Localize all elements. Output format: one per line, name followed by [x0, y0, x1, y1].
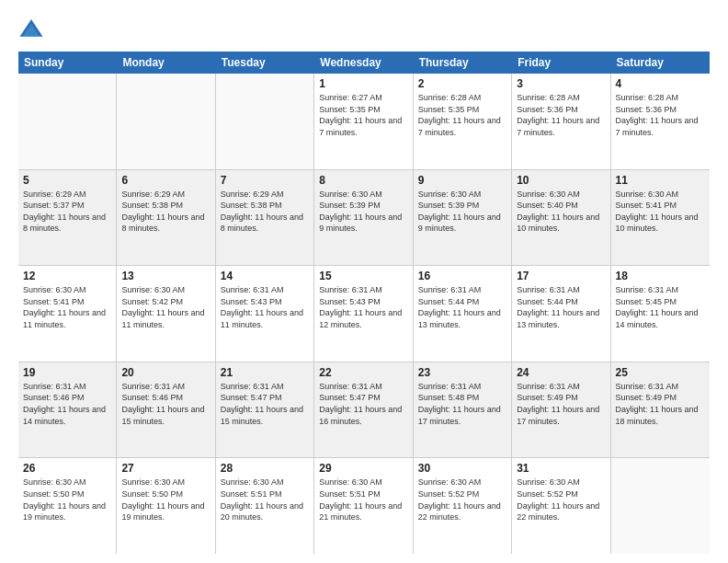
day-number: 25	[616, 366, 705, 379]
calendar-week-row: 19Sunrise: 6:31 AM Sunset: 5:46 PM Dayli…	[18, 362, 710, 459]
calendar-day-cell	[18, 74, 117, 169]
day-info: Sunrise: 6:31 AM Sunset: 5:44 PM Dayligh…	[517, 284, 605, 330]
calendar-day-cell: 19Sunrise: 6:31 AM Sunset: 5:46 PM Dayli…	[18, 362, 117, 458]
day-info: Sunrise: 6:31 AM Sunset: 5:44 PM Dayligh…	[418, 284, 506, 330]
day-number: 5	[23, 174, 111, 187]
header-day: Tuesday	[216, 52, 314, 74]
calendar-day-cell: 25Sunrise: 6:31 AM Sunset: 5:49 PM Dayli…	[611, 362, 710, 458]
calendar-day-cell: 26Sunrise: 6:30 AM Sunset: 5:50 PM Dayli…	[18, 458, 117, 554]
calendar-day-cell: 11Sunrise: 6:30 AM Sunset: 5:41 PM Dayli…	[611, 170, 710, 266]
day-info: Sunrise: 6:31 AM Sunset: 5:47 PM Dayligh…	[221, 381, 309, 427]
day-number: 30	[418, 462, 506, 475]
calendar-day-cell: 5Sunrise: 6:29 AM Sunset: 5:37 PM Daylig…	[18, 170, 117, 266]
calendar-day-cell: 27Sunrise: 6:30 AM Sunset: 5:50 PM Dayli…	[117, 458, 215, 554]
header-day: Sunday	[18, 52, 117, 74]
logo	[18, 17, 48, 42]
day-info: Sunrise: 6:28 AM Sunset: 5:36 PM Dayligh…	[616, 92, 705, 138]
calendar-week-row: 5Sunrise: 6:29 AM Sunset: 5:37 PM Daylig…	[18, 170, 710, 267]
calendar-week-row: 12Sunrise: 6:30 AM Sunset: 5:41 PM Dayli…	[18, 266, 710, 362]
day-number: 1	[319, 77, 407, 90]
calendar: SundayMondayTuesdayWednesdayThursdayFrid…	[18, 52, 710, 554]
day-info: Sunrise: 6:31 AM Sunset: 5:49 PM Dayligh…	[517, 381, 605, 427]
day-info: Sunrise: 6:30 AM Sunset: 5:40 PM Dayligh…	[517, 189, 605, 235]
day-number: 14	[221, 270, 309, 282]
day-info: Sunrise: 6:30 AM Sunset: 5:51 PM Dayligh…	[221, 477, 309, 523]
calendar-body: 1Sunrise: 6:27 AM Sunset: 5:35 PM Daylig…	[18, 74, 710, 554]
calendar-day-cell: 4Sunrise: 6:28 AM Sunset: 5:36 PM Daylig…	[611, 74, 710, 169]
header-day: Monday	[117, 52, 215, 74]
day-number: 20	[121, 366, 210, 379]
calendar-header: SundayMondayTuesdayWednesdayThursdayFrid…	[18, 52, 710, 74]
calendar-day-cell: 21Sunrise: 6:31 AM Sunset: 5:47 PM Dayli…	[216, 362, 314, 458]
day-info: Sunrise: 6:30 AM Sunset: 5:41 PM Dayligh…	[23, 284, 111, 330]
day-number: 31	[517, 462, 605, 475]
day-info: Sunrise: 6:30 AM Sunset: 5:41 PM Dayligh…	[616, 189, 705, 235]
day-info: Sunrise: 6:28 AM Sunset: 5:35 PM Dayligh…	[418, 92, 506, 138]
day-info: Sunrise: 6:30 AM Sunset: 5:39 PM Dayligh…	[418, 189, 506, 235]
day-info: Sunrise: 6:31 AM Sunset: 5:48 PM Dayligh…	[418, 381, 506, 427]
day-info: Sunrise: 6:30 AM Sunset: 5:42 PM Dayligh…	[121, 284, 210, 330]
calendar-day-cell: 14Sunrise: 6:31 AM Sunset: 5:43 PM Dayli…	[216, 266, 314, 362]
calendar-day-cell: 10Sunrise: 6:30 AM Sunset: 5:40 PM Dayli…	[512, 170, 610, 266]
header-day: Thursday	[414, 52, 512, 74]
calendar-day-cell: 22Sunrise: 6:31 AM Sunset: 5:47 PM Dayli…	[314, 362, 413, 458]
page: SundayMondayTuesdayWednesdayThursdayFrid…	[0, 0, 728, 563]
day-number: 17	[517, 270, 605, 282]
day-number: 2	[418, 77, 506, 90]
calendar-week-row: 1Sunrise: 6:27 AM Sunset: 5:35 PM Daylig…	[18, 74, 710, 170]
calendar-day-cell: 12Sunrise: 6:30 AM Sunset: 5:41 PM Dayli…	[18, 266, 117, 362]
day-number: 24	[517, 366, 605, 379]
calendar-day-cell: 28Sunrise: 6:30 AM Sunset: 5:51 PM Dayli…	[216, 458, 314, 554]
day-info: Sunrise: 6:31 AM Sunset: 5:43 PM Dayligh…	[221, 284, 309, 330]
calendar-day-cell: 7Sunrise: 6:29 AM Sunset: 5:38 PM Daylig…	[216, 170, 314, 266]
calendar-day-cell: 15Sunrise: 6:31 AM Sunset: 5:43 PM Dayli…	[314, 266, 413, 362]
calendar-day-cell: 17Sunrise: 6:31 AM Sunset: 5:44 PM Dayli…	[512, 266, 610, 362]
day-info: Sunrise: 6:30 AM Sunset: 5:39 PM Dayligh…	[319, 189, 407, 235]
calendar-day-cell: 2Sunrise: 6:28 AM Sunset: 5:35 PM Daylig…	[414, 74, 512, 169]
day-number: 8	[319, 174, 407, 187]
day-number: 6	[121, 174, 210, 187]
day-info: Sunrise: 6:29 AM Sunset: 5:37 PM Dayligh…	[23, 189, 111, 235]
calendar-day-cell: 31Sunrise: 6:30 AM Sunset: 5:52 PM Dayli…	[512, 458, 610, 554]
calendar-day-cell: 8Sunrise: 6:30 AM Sunset: 5:39 PM Daylig…	[314, 170, 413, 266]
day-number: 19	[23, 366, 111, 379]
day-info: Sunrise: 6:30 AM Sunset: 5:51 PM Dayligh…	[319, 477, 407, 523]
day-number: 29	[319, 462, 407, 475]
calendar-day-cell: 30Sunrise: 6:30 AM Sunset: 5:52 PM Dayli…	[414, 458, 512, 554]
calendar-day-cell: 23Sunrise: 6:31 AM Sunset: 5:48 PM Dayli…	[414, 362, 512, 458]
header-day: Saturday	[611, 52, 710, 74]
day-info: Sunrise: 6:30 AM Sunset: 5:50 PM Dayligh…	[23, 477, 111, 523]
calendar-day-cell: 18Sunrise: 6:31 AM Sunset: 5:45 PM Dayli…	[611, 266, 710, 362]
calendar-day-cell: 6Sunrise: 6:29 AM Sunset: 5:38 PM Daylig…	[117, 170, 215, 266]
calendar-day-cell	[117, 74, 215, 169]
day-info: Sunrise: 6:28 AM Sunset: 5:36 PM Dayligh…	[517, 92, 605, 138]
day-number: 27	[121, 462, 210, 475]
header-day: Friday	[512, 52, 610, 74]
day-number: 22	[319, 366, 407, 379]
day-number: 3	[517, 77, 605, 90]
calendar-day-cell: 9Sunrise: 6:30 AM Sunset: 5:39 PM Daylig…	[414, 170, 512, 266]
calendar-day-cell: 13Sunrise: 6:30 AM Sunset: 5:42 PM Dayli…	[117, 266, 215, 362]
day-info: Sunrise: 6:31 AM Sunset: 5:45 PM Dayligh…	[616, 284, 705, 330]
day-info: Sunrise: 6:27 AM Sunset: 5:35 PM Dayligh…	[319, 92, 407, 138]
header	[18, 17, 710, 42]
calendar-day-cell	[216, 74, 314, 169]
day-info: Sunrise: 6:30 AM Sunset: 5:50 PM Dayligh…	[121, 477, 210, 523]
day-number: 21	[221, 366, 309, 379]
day-number: 15	[319, 270, 407, 282]
day-info: Sunrise: 6:31 AM Sunset: 5:43 PM Dayligh…	[319, 284, 407, 330]
day-number: 12	[23, 270, 111, 282]
logo-icon	[18, 17, 44, 42]
day-number: 28	[221, 462, 309, 475]
header-day: Wednesday	[314, 52, 413, 74]
calendar-day-cell: 29Sunrise: 6:30 AM Sunset: 5:51 PM Dayli…	[314, 458, 413, 554]
calendar-day-cell	[611, 458, 710, 554]
day-number: 4	[616, 77, 705, 90]
day-number: 9	[418, 174, 506, 187]
calendar-week-row: 26Sunrise: 6:30 AM Sunset: 5:50 PM Dayli…	[18, 458, 710, 554]
day-number: 26	[23, 462, 111, 475]
day-number: 13	[121, 270, 210, 282]
day-number: 7	[221, 174, 309, 187]
calendar-day-cell: 3Sunrise: 6:28 AM Sunset: 5:36 PM Daylig…	[512, 74, 610, 169]
day-info: Sunrise: 6:31 AM Sunset: 5:46 PM Dayligh…	[121, 381, 210, 427]
